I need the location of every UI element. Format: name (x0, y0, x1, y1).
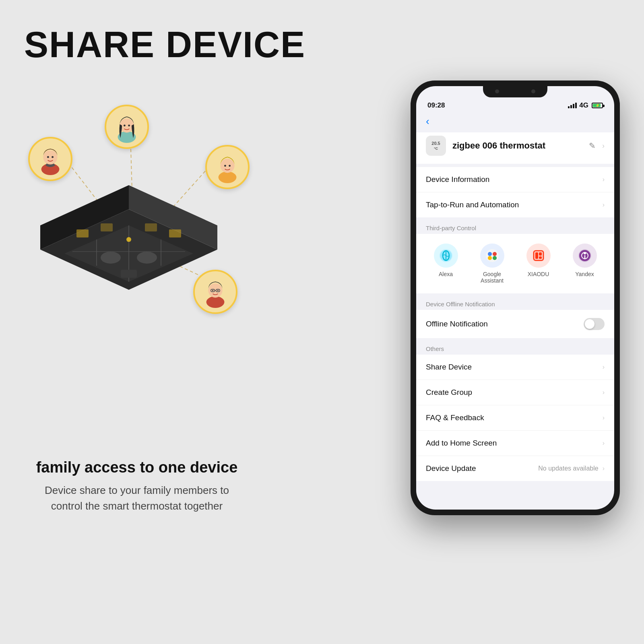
home-screen-item[interactable]: Add to Home Screen › (416, 431, 614, 456)
faq-item[interactable]: FAQ & Feedback › (416, 405, 614, 431)
svg-point-12 (219, 171, 237, 183)
svg-rect-34 (169, 229, 181, 237)
alexa-label: Alexa (439, 271, 453, 277)
svg-point-43 (486, 249, 499, 262)
svg-point-56 (584, 252, 586, 254)
nav-bar[interactable]: ‹ (416, 113, 614, 132)
xiaodu-label: XIAODU (528, 271, 549, 277)
svg-point-7 (52, 156, 54, 158)
svg-point-6 (47, 156, 49, 158)
chevron-device-info: › (603, 176, 605, 183)
svg-point-38 (126, 237, 131, 242)
google-item[interactable]: GoogleAssistant (480, 244, 504, 284)
house-illustration (24, 105, 250, 330)
chevron-faq: › (603, 414, 605, 421)
svg-point-36 (137, 252, 157, 264)
svg-point-44 (488, 252, 492, 256)
network-label: 4G (579, 101, 588, 109)
bottom-heading: family access to one device (24, 459, 250, 476)
menu-item-automation[interactable]: Tap-to-Run and Automation › (416, 192, 614, 217)
page-title: SHARE DEVICE (24, 24, 305, 66)
svg-point-10 (124, 124, 126, 126)
svg-point-5 (43, 150, 57, 164)
main-menu-section: Device Information › Tap-to-Run and Auto… (416, 167, 614, 217)
signal-icon (568, 103, 577, 108)
svg-rect-37 (121, 270, 137, 278)
svg-point-45 (493, 252, 497, 256)
chevron-update: › (603, 465, 605, 472)
offline-label: Offline Notification (426, 320, 488, 328)
back-button[interactable]: ‹ (426, 115, 429, 128)
svg-rect-48 (533, 250, 544, 261)
svg-point-47 (493, 256, 497, 260)
svg-point-11 (128, 124, 130, 126)
automation-label: Tap-to-Run and Automation (426, 200, 519, 209)
home-screen-label: Add to Home Screen (426, 439, 497, 448)
svg-point-35 (101, 252, 121, 264)
battery-icon: ⚡ (592, 103, 603, 108)
avatar-man-left (28, 137, 72, 181)
house-3d (40, 177, 217, 306)
offline-toggle[interactable] (584, 318, 605, 330)
xiaodu-icon (526, 244, 551, 268)
alexa-icon (434, 244, 458, 268)
chevron-share: › (603, 363, 605, 371)
man-left-icon (34, 143, 66, 175)
offline-header: Device Offline Notification (416, 297, 614, 310)
device-icon: 20.5°C (426, 136, 446, 156)
svg-rect-50 (535, 252, 538, 259)
share-device-label: Share Device (426, 363, 472, 372)
bottom-subtext: Device share to your family members toco… (24, 483, 250, 514)
device-info-label: Device Information (426, 175, 489, 184)
device-update-item[interactable]: Device Update No updates available › (416, 456, 614, 481)
bottom-text-area: family access to one device Device share… (24, 459, 250, 514)
third-party-header: Third-party Control (416, 221, 614, 234)
yandex-item[interactable]: Yandex (573, 244, 597, 284)
left-section: family access to one device Device share… (24, 89, 250, 451)
device-update-label: Device Update (426, 464, 476, 473)
faq-label: FAQ & Feedback (426, 413, 484, 422)
svg-point-15 (229, 165, 231, 167)
chevron-home: › (603, 440, 605, 447)
google-icon (480, 244, 504, 268)
svg-rect-52 (539, 256, 542, 259)
svg-point-14 (224, 165, 226, 167)
alexa-item[interactable]: Alexa (434, 244, 458, 284)
google-label: GoogleAssistant (481, 271, 504, 284)
create-group-item[interactable]: Create Group › (416, 380, 614, 405)
svg-rect-32 (101, 223, 113, 231)
third-party-icons: Alexa GoogleAs (416, 240, 614, 287)
avatar-woman-top (105, 105, 149, 149)
update-value: No updates available (538, 465, 598, 472)
offline-section: Offline Notification (416, 310, 614, 338)
toggle-knob (585, 319, 594, 329)
svg-point-13 (220, 159, 234, 173)
time-display: 09:28 (427, 101, 445, 109)
phone-wrapper: 09:28 4G ⚡ ‹ 20.5°C (411, 80, 620, 515)
others-section: Share Device › Create Group › FAQ & Feed… (416, 355, 614, 481)
device-name-label: zigbee 006 thermostat (452, 140, 582, 151)
share-device-item[interactable]: Share Device › (416, 355, 614, 380)
svg-point-22 (217, 290, 219, 291)
offline-notification-item[interactable]: Offline Notification (416, 310, 614, 338)
svg-point-46 (488, 256, 492, 260)
menu-item-device-info[interactable]: Device Information › (416, 167, 614, 192)
yandex-label: Yandex (575, 271, 594, 277)
svg-rect-51 (539, 252, 542, 256)
xiaodu-item[interactable]: XIAODU (526, 244, 551, 284)
others-header: Others (416, 341, 614, 355)
chevron-automation: › (603, 201, 605, 208)
svg-rect-31 (76, 229, 89, 237)
status-icons: 4G ⚡ (568, 101, 603, 109)
third-party-section: Alexa GoogleAs (416, 234, 614, 293)
woman-top-icon (111, 111, 143, 143)
create-group-label: Create Group (426, 388, 472, 397)
phone-screen: 09:28 4G ⚡ ‹ 20.5°C (416, 86, 614, 510)
phone-notch (483, 86, 547, 97)
yandex-icon (573, 244, 597, 268)
chevron-group: › (603, 389, 605, 396)
svg-rect-33 (145, 223, 157, 231)
phone-outer: 09:28 4G ⚡ ‹ 20.5°C (411, 80, 620, 515)
device-chevron-icon: › (602, 142, 605, 150)
edit-icon[interactable]: ✎ (589, 141, 596, 151)
